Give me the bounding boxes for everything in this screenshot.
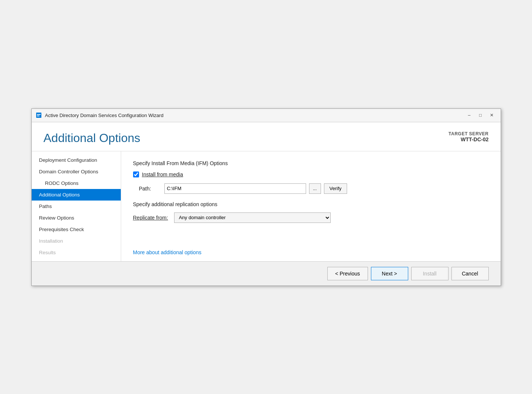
next-button[interactable]: Next > [371, 267, 408, 280]
content-area: Additional Options TARGET SERVER WTT-DC-… [32, 122, 501, 286]
main-content-area: Specify Install From Media (IFM) Options… [121, 151, 501, 261]
replication-section: Specify additional replication options R… [133, 201, 489, 223]
svg-rect-0 [36, 113, 41, 118]
window-controls: – □ ✕ [464, 111, 497, 120]
footer: < Previous Next > Install Cancel [32, 261, 501, 286]
more-link[interactable]: More about additional options [133, 249, 202, 255]
sidebar-item-rodc-options[interactable]: RODC Options [32, 177, 121, 189]
target-server-label: TARGET SERVER [448, 131, 488, 136]
svg-rect-2 [37, 116, 40, 116]
install-button: Install [411, 267, 448, 280]
sidebar-item-installation: Installation [32, 235, 121, 247]
sidebar: Deployment Configuration Domain Controll… [32, 151, 121, 261]
header-section: Additional Options TARGET SERVER WTT-DC-… [32, 122, 501, 151]
svg-rect-1 [37, 114, 41, 115]
replicate-from-row: Replicate from: Any domain controller <S… [133, 212, 489, 223]
previous-button[interactable]: < Previous [327, 267, 368, 280]
window-title: Active Directory Domain Services Configu… [45, 113, 461, 118]
path-label: Path: [139, 186, 161, 192]
sidebar-item-prerequisites-check[interactable]: Prerequisites Check [32, 224, 121, 235]
target-server: TARGET SERVER WTT-DC-02 [448, 131, 488, 142]
sidebar-item-additional-options[interactable]: Additional Options [32, 189, 121, 201]
install-from-media-label[interactable]: Install from media [142, 171, 183, 177]
close-button[interactable]: ✕ [487, 111, 497, 120]
maximize-button[interactable]: □ [475, 111, 486, 120]
page-title: Additional Options [44, 131, 141, 145]
sidebar-item-results: Results [32, 247, 121, 258]
ifm-section-title: Specify Install From Media (IFM) Options [133, 160, 489, 166]
browse-button[interactable]: ... [309, 183, 321, 194]
replicate-from-select[interactable]: Any domain controller <Select a specific… [174, 212, 331, 223]
sidebar-item-deployment-configuration[interactable]: Deployment Configuration [32, 154, 121, 166]
sidebar-item-domain-controller-options[interactable]: Domain Controller Options [32, 166, 121, 177]
sidebar-item-paths[interactable]: Paths [32, 201, 121, 212]
titlebar: Active Directory Domain Services Configu… [32, 109, 501, 122]
minimize-button[interactable]: – [464, 111, 475, 120]
replicate-from-label: Replicate from: [133, 215, 168, 221]
install-from-media-row: Install from media [133, 171, 489, 177]
sidebar-item-review-options[interactable]: Review Options [32, 212, 121, 224]
install-from-media-checkbox[interactable] [133, 171, 139, 177]
path-row: Path: ... Verify [139, 183, 489, 194]
cancel-button[interactable]: Cancel [451, 267, 489, 280]
target-server-value: WTT-DC-02 [461, 136, 489, 142]
replication-section-title: Specify additional replication options [133, 201, 489, 207]
wizard-window: Active Directory Domain Services Configu… [31, 108, 501, 286]
main-body: Deployment Configuration Domain Controll… [32, 151, 501, 261]
app-icon [35, 112, 42, 119]
path-input[interactable] [164, 183, 306, 194]
verify-button[interactable]: Verify [324, 183, 347, 194]
